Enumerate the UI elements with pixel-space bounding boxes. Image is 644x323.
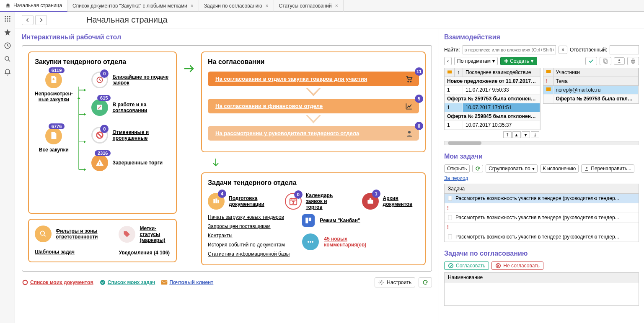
grid-row[interactable]: Новое предложение от 11.07.2017 (Вх... bbox=[445, 77, 540, 86]
svg-rect-19 bbox=[215, 198, 217, 203]
history-icon[interactable] bbox=[4, 42, 11, 49]
grid-row[interactable]: noreply@mail.otc.ru bbox=[543, 86, 639, 95]
archive-icon[interactable]: 1 bbox=[362, 193, 379, 210]
approval-step-1[interactable]: На согласовании в отделе закупки товаров… bbox=[208, 72, 419, 86]
tab-home[interactable]: Начальная страница bbox=[0, 0, 67, 12]
comments-link[interactable]: 45 новых комментария(ев) bbox=[324, 236, 374, 248]
alert-icon: ! bbox=[447, 205, 449, 211]
configure-button[interactable]: Настроить bbox=[375, 277, 415, 287]
calendar-link[interactable]: Календарь заявок и торгов bbox=[306, 192, 345, 210]
tool-link[interactable]: Запросы цен поставщикам bbox=[208, 223, 290, 229]
docs-icon[interactable]: 4 bbox=[208, 193, 225, 210]
approval-list[interactable]: Наименование bbox=[444, 272, 639, 306]
notifications-link[interactable]: Уведомления (4 106) bbox=[119, 250, 170, 256]
task-row[interactable]: Рассмотреть возможность участия в тендер… bbox=[445, 194, 639, 203]
refresh-button[interactable] bbox=[472, 165, 483, 172]
upcoming-link[interactable]: Ближайшие по подаче заявок bbox=[112, 74, 170, 86]
filters-link[interactable]: Фильтры и зоны ответственности bbox=[56, 228, 98, 240]
nav-back-button[interactable] bbox=[22, 15, 34, 25]
refresh-button[interactable] bbox=[419, 277, 432, 287]
approve-button[interactable]: Согласовать bbox=[444, 261, 489, 270]
tool-link[interactable]: Начать загрузку новых тендеров bbox=[208, 214, 290, 220]
cancelled-link[interactable]: Отмененные и пропущенные bbox=[112, 129, 170, 141]
interactions-grid-right[interactable]: Участники ! Тема noreply@mail.otc.ru bbox=[543, 68, 639, 104]
task-row[interactable]: Рассмотреть возможность участия в тендер… bbox=[445, 213, 639, 223]
grid-row[interactable]: 1 11.07.2017 9:50:33 bbox=[445, 86, 540, 95]
unseen-purchases-link[interactable]: Непросмотрен- ные закупки bbox=[35, 91, 73, 103]
tab-approval-tasks[interactable]: Задачи по согласованию × bbox=[199, 0, 274, 12]
tool-link[interactable]: История событий по документам bbox=[208, 242, 290, 248]
grid-row[interactable]: Оферта № 259845 была отклонена от ... bbox=[445, 112, 540, 121]
user-button[interactable] bbox=[614, 57, 625, 65]
tag-icon[interactable] bbox=[119, 226, 135, 243]
search-input[interactable] bbox=[463, 45, 556, 54]
cancelled-icon[interactable]: 0 bbox=[91, 127, 108, 144]
unseen-purchases-icon[interactable]: 6119 bbox=[45, 72, 62, 88]
all-purchases-link[interactable]: Все закупки bbox=[39, 147, 69, 153]
templates-link[interactable]: Шаблоны задач bbox=[35, 249, 98, 255]
mydocs-link[interactable]: Список моих документов bbox=[30, 279, 93, 285]
grid-row[interactable]: 1 10.07.2017 10:35:37 bbox=[445, 121, 540, 130]
h-scrollbar[interactable] bbox=[444, 141, 639, 145]
search-clear-button[interactable]: × bbox=[559, 46, 567, 54]
board-icon bbox=[305, 217, 312, 224]
period-link[interactable]: За период bbox=[444, 175, 468, 181]
open-button[interactable]: Открыть bbox=[444, 164, 470, 173]
calendar-icon[interactable]: 7 0 bbox=[285, 193, 302, 210]
search-icon[interactable] bbox=[4, 55, 11, 63]
kanban-link[interactable]: Режим "Канбан" bbox=[320, 218, 360, 223]
all-purchases-icon[interactable]: 6776 bbox=[45, 128, 62, 144]
interactions-grid-left[interactable]: ↑ Последнее взаимодействие Новое предлож… bbox=[444, 68, 541, 130]
nav-forward-button[interactable] bbox=[35, 15, 47, 25]
responsible-input[interactable] bbox=[610, 45, 639, 54]
grid-row[interactable]: Оферта № 259753 была отклон... bbox=[543, 95, 639, 103]
close-icon[interactable]: × bbox=[266, 3, 269, 9]
groupby-button[interactable]: Сгруппировать по ▾ bbox=[486, 164, 538, 173]
approval-step-3[interactable]: На рассмотрении у руководителя тендерног… bbox=[208, 126, 419, 141]
comments-icon[interactable] bbox=[302, 233, 319, 250]
labels-link[interactable]: Метки-статусы (маркеры) bbox=[140, 226, 170, 243]
document-icon bbox=[49, 131, 58, 141]
completed-icon[interactable]: 2316 bbox=[91, 154, 108, 171]
warning-icon bbox=[95, 158, 104, 167]
filter-icon[interactable] bbox=[35, 226, 52, 242]
btn-label: Настроить bbox=[387, 279, 411, 285]
close-icon[interactable]: × bbox=[335, 3, 338, 9]
dashboard-title: Интерактивный рабочий стол bbox=[22, 33, 432, 41]
tab-doclist[interactable]: Список документов "Закупка" с любыми мет… bbox=[67, 0, 199, 12]
grid-row[interactable]: Оферта № 259753 была отклонена от ... bbox=[445, 95, 540, 103]
star-icon[interactable] bbox=[4, 28, 11, 36]
approve-icon-button[interactable] bbox=[585, 57, 597, 65]
copy-button[interactable] bbox=[600, 57, 611, 65]
grid-row[interactable]: 1 10.07.2017 17:01:51 bbox=[445, 103, 540, 112]
kanban-icon[interactable] bbox=[302, 214, 315, 227]
create-button[interactable]: ✚ Создать ▾ bbox=[500, 57, 537, 65]
page-first[interactable]: ⤒ bbox=[503, 131, 512, 138]
tab-approval-statuses[interactable]: Статусы согласований × bbox=[274, 0, 344, 12]
by-subject-dropdown[interactable]: По предметам ▾ bbox=[454, 57, 498, 65]
page-up[interactable]: ▲ bbox=[512, 131, 521, 138]
approval-step-2[interactable]: На согласовании в финансовом отделе 5 bbox=[208, 99, 419, 113]
apps-icon[interactable] bbox=[4, 15, 11, 23]
inwork-link[interactable]: В работе и на согласовании bbox=[112, 102, 170, 113]
page-last[interactable]: ⤓ bbox=[531, 131, 539, 138]
inwork-icon[interactable]: 615 bbox=[91, 99, 108, 116]
completed-link[interactable]: Завершенные торги bbox=[112, 160, 163, 166]
prep-docs-link[interactable]: Подготовка документации bbox=[229, 195, 268, 207]
print-button[interactable] bbox=[627, 57, 639, 65]
page-down[interactable]: ▼ bbox=[522, 131, 530, 138]
reject-button[interactable]: Не согласовать bbox=[491, 261, 543, 270]
collapse-button[interactable]: ‹ bbox=[444, 57, 452, 65]
bell-icon[interactable] bbox=[4, 69, 11, 76]
tool-link[interactable]: Статистика информационной базы bbox=[208, 251, 290, 257]
close-icon[interactable]: × bbox=[191, 3, 194, 9]
mail-link[interactable]: Почтовый клиент bbox=[169, 279, 213, 285]
tool-link[interactable]: Контракты bbox=[208, 233, 290, 238]
due-button[interactable]: К исполнению bbox=[540, 164, 579, 173]
task-list[interactable]: Задача Рассмотреть возможность участия в… bbox=[444, 184, 639, 242]
redirect-button[interactable]: Перенаправить... bbox=[581, 164, 634, 173]
clock-icon[interactable]: 0 bbox=[91, 72, 108, 88]
archive-link[interactable]: Архив документов bbox=[383, 195, 419, 207]
task-row[interactable]: Рассмотреть возможность участия в тендер… bbox=[445, 232, 639, 242]
mytasks-link[interactable]: Список моих задач bbox=[108, 279, 155, 285]
